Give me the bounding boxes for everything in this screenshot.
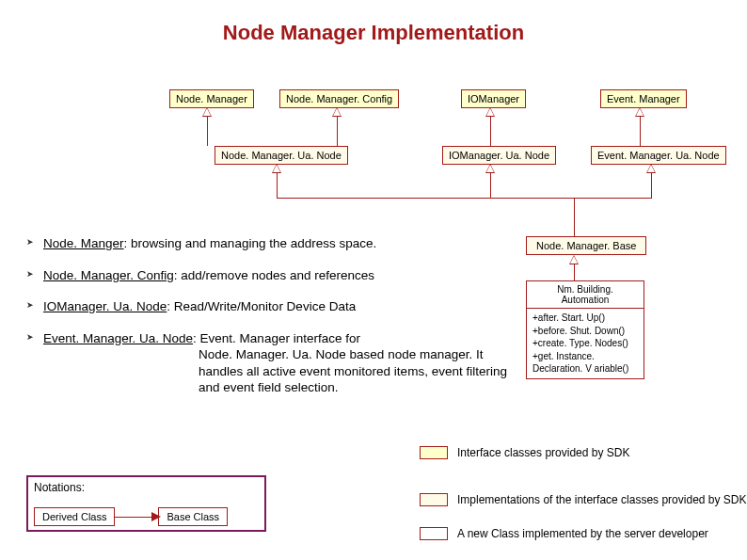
box-node-manager-base: Node. Manager. Base xyxy=(526,236,646,255)
class-method: +after. Start. Up() xyxy=(532,312,638,325)
legend-row: Implementations of the interface classes… xyxy=(420,493,747,506)
legend-row: A new Class implemented by the server de… xyxy=(420,527,708,540)
bullet-label: Node. Manger xyxy=(43,236,124,250)
legend-row: Interface classes provided by SDK xyxy=(420,446,629,459)
class-method: +create. Type. Nodes() xyxy=(532,337,638,350)
box-event-manager: Event. Manager xyxy=(600,89,687,108)
connector xyxy=(115,517,158,518)
bullet-item: Event. Manager. Ua. Node: Event. Manager… xyxy=(26,330,525,396)
bullet-item: Node. Manger: browsing and managing the … xyxy=(26,235,525,252)
bullet-item: IOManager. Ua. Node: Read/Write/Monitor … xyxy=(26,298,525,315)
bullet-desc: : Event. Manager interface for xyxy=(193,331,360,345)
arrowhead-icon xyxy=(570,256,578,264)
arrowhead-icon xyxy=(333,108,341,116)
connector xyxy=(207,116,208,146)
class-title: Nm. Building. Automation xyxy=(527,281,644,309)
class-method: +before. Shut. Down() xyxy=(532,325,638,338)
notations-title: Notations: xyxy=(34,481,259,494)
bullet-label: Node. Manager. Config xyxy=(43,268,174,282)
arrowhead-icon xyxy=(273,165,280,172)
bullet-desc: : Read/Write/Monitor Device Data xyxy=(167,299,356,313)
bullet-desc: : browsing and managing the address spac… xyxy=(124,236,377,250)
box-node-manager-ua-node: Node. Manager. Ua. Node xyxy=(215,146,348,165)
bullet-list: Node. Manger: browsing and managing the … xyxy=(26,235,525,411)
legend-text: A new Class implemented by the server de… xyxy=(457,527,708,540)
arrowhead-icon xyxy=(636,108,644,116)
connector xyxy=(277,198,652,199)
box-io-manager: IOManager xyxy=(461,89,526,108)
bullet-desc: : add/remove nodes and references xyxy=(174,268,374,282)
swatch-cream xyxy=(420,493,448,506)
box-node-manager-config: Node. Manager. Config xyxy=(279,89,399,108)
box-node-manager: Node. Manager xyxy=(169,89,254,108)
class-method: +get. Instance. Declaration. V ariable() xyxy=(532,350,638,376)
connector xyxy=(574,198,575,236)
bullet-label: IOManager. Ua. Node xyxy=(43,299,167,313)
swatch-white xyxy=(420,527,448,540)
arrowhead-icon xyxy=(486,165,494,172)
box-io-manager-ua-node: IOManager. Ua. Node xyxy=(442,146,556,165)
base-class-box: Base Class xyxy=(158,507,228,526)
connector xyxy=(490,116,491,146)
connector xyxy=(337,116,338,146)
arrowhead-icon xyxy=(203,108,211,116)
bullet-label: Event. Manager. Ua. Node xyxy=(43,331,193,345)
class-methods: +after. Start. Up() +before. Shut. Down(… xyxy=(527,309,644,378)
notations-box: Notations: Derived Class Base Class xyxy=(26,475,266,532)
bullet-desc-extended: Node. Manager. Ua. Node based node manag… xyxy=(43,346,525,396)
legend-text: Implementations of the interface classes… xyxy=(457,493,747,506)
bullet-item: Node. Manager. Config: add/remove nodes … xyxy=(26,267,525,284)
arrowhead-icon xyxy=(152,513,160,520)
connector xyxy=(640,116,641,146)
box-event-manager-ua-node: Event. Manager. Ua. Node xyxy=(591,146,726,165)
swatch-yellow xyxy=(420,446,448,459)
class-nm-building-automation: Nm. Building. Automation +after. Start. … xyxy=(526,280,644,379)
arrowhead-icon xyxy=(486,108,494,116)
connector xyxy=(574,264,575,280)
legend-text: Interface classes provided by SDK xyxy=(457,446,629,459)
derived-class-box: Derived Class xyxy=(34,507,115,526)
arrowhead-icon xyxy=(647,165,655,172)
